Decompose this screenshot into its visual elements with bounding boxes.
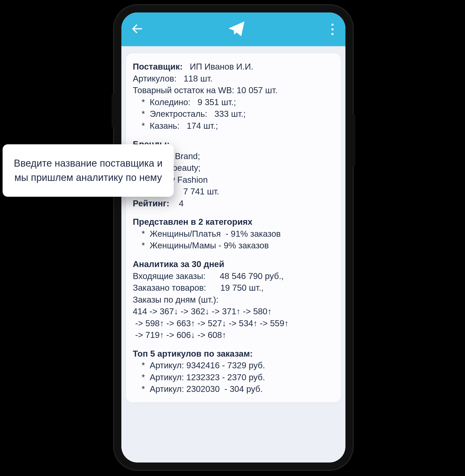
warehouse-item: Казань: 174 шт.; (142, 120, 334, 132)
daily-label: Заказы по дням (шт.): (133, 294, 334, 306)
supplier-row: Поставщик: ИП Иванов И.И. (133, 61, 334, 73)
top5-item: Артикул: 9342416 - 7329 руб. (142, 359, 334, 371)
message-bubble: Поставщик: ИП Иванов И.И. Артикулов: 118… (126, 53, 341, 402)
articles-row: Артикулов: 118 шт. (133, 73, 334, 85)
incoming-row: Входящие заказы: 48 546 790 руб., (133, 270, 334, 282)
category-item: Женщины/Платья - 91% заказов (142, 228, 334, 240)
app-header (121, 12, 345, 46)
tooltip-text: Введите название поставщика и мы пришлем… (13, 156, 163, 185)
top5-item: Артикул: 1232323 - 2370 руб. (142, 371, 334, 383)
telegram-logo-icon (226, 19, 246, 40)
top5-header: Топ 5 артикулов по заказам: (133, 348, 334, 360)
warehouse-item: Электросталь: 333 шт.; (142, 108, 334, 120)
tooltip-card: Введите название поставщика и мы пришлем… (3, 144, 174, 197)
categories-list: Женщины/Платья - 91% заказов Женщины/Мам… (133, 228, 334, 251)
warehouse-item: Коледино: 9 351 шт.; (142, 96, 334, 108)
stock-row: Товарный остаток на WB: 10 057 шт. (133, 84, 334, 96)
rating-row: Рейтинг: 4 (133, 198, 334, 209)
chat-area: Поставщик: ИП Иванов И.И. Артикулов: 118… (121, 46, 345, 463)
menu-button[interactable] (329, 21, 336, 38)
categories-header: Представлен в 2 категориях (133, 216, 334, 228)
phone-volume-button (112, 93, 114, 127)
daily-line: -> 598↑ -> 663↑ -> 527↓ -> 534↑ -> 559↑ (133, 317, 334, 329)
daily-line: 414 -> 367↓ -> 362↓ -> 371↑ -> 580↑ (133, 305, 334, 317)
back-button[interactable] (131, 22, 144, 36)
phone-frame: Поставщик: ИП Иванов И.И. Артикулов: 118… (114, 5, 353, 470)
category-item: Женщины/Мамы - 9% заказов (142, 240, 334, 251)
warehouse-list: Коледино: 9 351 шт.; Электросталь: 333 ш… (133, 96, 334, 132)
top5-item: Артикул: 2302030 - 304 руб. (142, 383, 334, 395)
arrow-left-icon (131, 22, 144, 35)
top5-list: Артикул: 9342416 - 7329 руб. Артикул: 12… (133, 359, 334, 395)
phone-power-button (353, 114, 355, 166)
dot-icon (331, 24, 334, 26)
dot-icon (331, 28, 334, 30)
analytics-header: Аналитика за 30 дней (133, 258, 334, 270)
daily-line: -> 719↑ -> 606↓ -> 608↑ (133, 329, 334, 341)
phone-screen: Поставщик: ИП Иванов И.И. Артикулов: 118… (121, 12, 345, 463)
ordered-row: Заказано товаров: 19 750 шт., (133, 282, 334, 294)
dot-icon (331, 33, 334, 35)
